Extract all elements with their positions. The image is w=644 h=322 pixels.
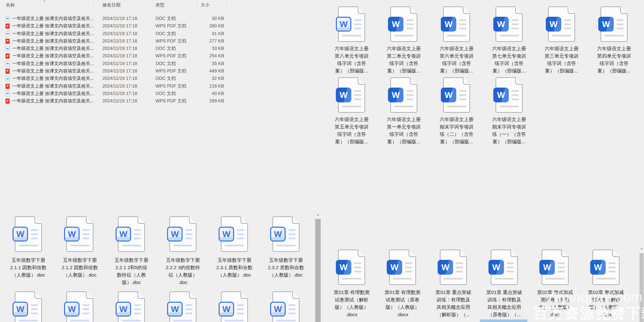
table-row[interactable]: P一年级语文上册 按课文内容填空及相关...2024/11/19 17:18WP…: [0, 22, 229, 30]
word-doc-icon: W: [440, 250, 467, 285]
watermark-slogan: 百万资源免费下载: [533, 304, 644, 322]
table-row[interactable]: P一年级语文上册 按课文内容填空及相关...2024/11/19 17:18WP…: [0, 52, 229, 60]
file-type: DOC 文档: [156, 30, 195, 37]
file-tile[interactable]: W 六年级语文上册 第四单元专项训 练字词（含答 案）（部编版...: [587, 6, 641, 74]
column-divider[interactable]: [152, 0, 153, 9]
file-tile-label: 六年级语文上册 期末字词专项训 练（一）（含答 案）（部编版...: [482, 116, 536, 145]
file-tile[interactable]: W 五年级数学下册 2.3.1 质数和合数 （人教版）.doc: [207, 216, 262, 284]
file-date: 2024/11/19 17:18: [102, 37, 151, 45]
table-row[interactable]: W一年级语文上册 按课文内容填空及相关...2024/11/19 17:18DO…: [0, 45, 229, 52]
file-tile[interactable]: W 五年级数学下册 2.1.2 因数和倍数 （人教版）.doc: [52, 216, 107, 284]
word-doc-icon: W: [390, 77, 417, 113]
scroll-up-icon[interactable]: ∧: [315, 212, 321, 218]
file-tile-label: 六年级语文上册 期末字词专项训 练（二）（含答 案）（部编版...: [429, 116, 484, 145]
file-name: 一年级语文上册 按课文内容填空及相关...: [12, 67, 95, 75]
word-doc-icon[interactable]: W: [272, 291, 299, 322]
file-tile[interactable]: W 六年级语文上册 第二单元专项训 练字词（含答 案）（部编版...: [376, 6, 431, 74]
file-type: DOC 文档: [156, 75, 195, 82]
wps-pdf-icon: P: [5, 24, 10, 29]
file-tile[interactable]: W 六年级语文上册 期末字词专项训 练（一）（含答 案）（部编版...: [482, 77, 536, 145]
file-name: 一年级语文上册 按课文内容填空及相关...: [12, 22, 95, 30]
column-header-date[interactable]: 修改日期: [102, 1, 120, 8]
file-type: WPS PDF 文档: [156, 67, 195, 75]
file-date: 2024/11/19 17:18: [102, 60, 151, 67]
file-name: 一年级语文上册 按课文内容填空及相关...: [12, 45, 95, 52]
scroll-up-icon[interactable]: ∧: [639, 246, 644, 252]
file-tile[interactable]: W 六年级语文上册 第三单元专项训 练字词（含答 案）（部编版...: [534, 6, 589, 74]
file-date: 2024/11/19 17:18: [102, 90, 151, 97]
file-tile[interactable]: W 六年级语文上册 期末字词专项训 练（二）（含答 案）（部编版...: [429, 77, 484, 145]
column-header-size[interactable]: 大小: [201, 1, 210, 8]
partial-selected-item[interactable]: [480, 319, 527, 322]
file-size: 33 KB: [192, 45, 224, 52]
file-tile[interactable]: W 五年级数学下册 2.1.1 因数和倍数 （人教版）.doc: [1, 216, 56, 284]
table-row[interactable]: P一年级语文上册 按课文内容填空及相关...2024/11/19 17:18WP…: [0, 82, 229, 90]
details-pane: ∧ 名称 修改日期 类型 大小 W一年级语文上册 按课文内容填空及相关...20…: [0, 0, 229, 108]
file-name: 一年级语文上册 按课文内容填空及相关...: [12, 60, 95, 67]
column-divider[interactable]: [197, 0, 197, 9]
table-row[interactable]: W一年级语文上册 按课文内容填空及相关...2024/11/19 17:18DO…: [0, 30, 229, 37]
word-doc-icon: W: [338, 6, 365, 42]
file-date: 2024/11/19 17:18: [102, 67, 151, 75]
file-tile[interactable]: W 六年级语文上册 第五单元专项训 练字词（含答 案）（部编版...: [324, 77, 379, 145]
column-header-name[interactable]: 名称: [6, 1, 15, 8]
scrollbar-thumb[interactable]: [315, 219, 321, 322]
table-row[interactable]: W一年级语文上册 按课文内容填空及相关...2024/11/19 17:18DO…: [0, 90, 229, 97]
table-row[interactable]: W一年级语文上册 按课文内容填空及相关...2024/11/19 17:18DO…: [0, 75, 229, 82]
file-tile[interactable]: W 六年级语文上册 第一单元专项训 练字词（含答 案）（部编版...: [376, 77, 431, 145]
file-tile-label: 六年级语文上册 第一单元专项训 练字词（含答 案）（部编版...: [376, 116, 431, 145]
word-doc-icon: W: [496, 77, 523, 113]
file-size: 277 KB: [192, 37, 224, 45]
file-tile[interactable]: W 五年级数学下册 2.3.2 质数和合数 （人教版）.doc: [259, 216, 313, 284]
file-size: 31 KB: [192, 30, 224, 37]
file-type: DOC 文档: [156, 90, 195, 97]
file-date: 2024/11/19 17:18: [102, 75, 151, 82]
word-doc-icon[interactable]: W: [221, 291, 248, 322]
table-row[interactable]: P一年级语文上册 按课文内容填空及相关...2024/11/19 17:18WP…: [0, 37, 229, 45]
file-tile[interactable]: W 第01章 有理数测 试卷测试（原卷 版）（人教版） .docx: [375, 249, 430, 317]
file-tile[interactable]: W 五年级数学下册 2.2.1 2和5的倍 数特征（人教 版）.doc: [104, 216, 159, 284]
file-tile[interactable]: W 第01章 重点突破 训练：有理数及 其相关概念应用 （原卷版）（...: [477, 249, 532, 317]
column-divider[interactable]: [226, 0, 227, 9]
table-row[interactable]: P一年级语文上册 按课文内容填空及相关...2024/11/19 17:18WP…: [0, 67, 229, 75]
file-tile[interactable]: W 六年级语文上册 第七单元专项训 练字词（含答 案）（部编版...: [482, 6, 536, 74]
file-tile-label: 第01章 重点突破 训练：有理数及 其相关概念应用 （解析版）（...: [426, 289, 481, 318]
file-date: 2024/11/19 17:18: [102, 15, 151, 22]
word-doc-icon[interactable]: W: [169, 291, 196, 322]
file-type: WPS PDF 文档: [156, 82, 195, 90]
file-tile-label: 五年级数学下册 2.2.1 2和5的倍 数特征（人教 版）.doc: [104, 256, 159, 286]
file-tile[interactable]: W 第01章 重点突破 训练：有理数及 其相关概念应用 （解析版）（...: [426, 249, 481, 317]
file-date: 2024/11/19 17:18: [102, 22, 151, 30]
word-doc-icon[interactable]: W: [118, 291, 145, 322]
file-type: DOC 文档: [156, 45, 195, 52]
word-doc-icon: W: [601, 6, 628, 42]
word-doc-icon: W: [542, 250, 569, 285]
file-tile[interactable]: W 六年级语文上册 第六单元专项训 练字词（含答 案）（部编版...: [429, 6, 484, 74]
file-tile[interactable]: W 五年级数学下册 2.2.2 3的倍数特 征（人教版） .doc: [156, 216, 210, 284]
file-tile-label: 六年级语文上册 第四单元专项训 练字词（含答 案）（部编版...: [587, 45, 641, 74]
column-header-type[interactable]: 类型: [156, 1, 165, 8]
sort-ascending-icon[interactable]: ∧: [38, 0, 51, 3]
table-row[interactable]: W一年级语文上册 按课文内容填空及相关...2024/11/19 17:18DO…: [0, 60, 229, 67]
word-doc-icon[interactable]: W: [15, 291, 42, 322]
word-doc-icon: W: [5, 76, 10, 81]
vertical-scrollbar[interactable]: ∧: [315, 212, 321, 322]
file-date: 2024/11/19 17:18: [102, 30, 151, 37]
word-doc-icon: W: [272, 216, 299, 252]
file-tile[interactable]: W 第01章 有理数测 试卷测试（解析 版）（人教版） .docx: [324, 249, 379, 317]
file-size: 299 KB: [192, 97, 224, 105]
file-tile[interactable]: W 六年级语文上册 第八单元专项训 练字词（含答 案）（部编版...: [324, 6, 379, 74]
file-date: 2024/11/19 17:18: [102, 52, 151, 60]
word-doc-icon[interactable]: W: [66, 291, 93, 322]
file-rows: W一年级语文上册 按课文内容填空及相关...2024/11/19 17:18DO…: [0, 15, 229, 105]
file-size: 254 KB: [192, 52, 224, 60]
file-name: 一年级语文上册 按课文内容填空及相关...: [12, 52, 95, 60]
file-date: 2024/11/19 17:18: [102, 97, 151, 105]
file-name: 一年级语文上册 按课文内容填空及相关...: [12, 37, 95, 45]
wps-pdf-icon: P: [5, 39, 10, 44]
desktop-composite: { "file_list": { "columns": { "name": "名…: [0, 0, 644, 322]
file-size: 32 KB: [192, 75, 224, 82]
table-row[interactable]: W一年级语文上册 按课文内容填空及相关...2024/11/19 17:18DO…: [0, 15, 229, 22]
table-row[interactable]: P一年级语文上册 按课文内容填空及相关...2024/11/19 17:18WP…: [0, 97, 229, 105]
column-divider[interactable]: [93, 0, 94, 9]
